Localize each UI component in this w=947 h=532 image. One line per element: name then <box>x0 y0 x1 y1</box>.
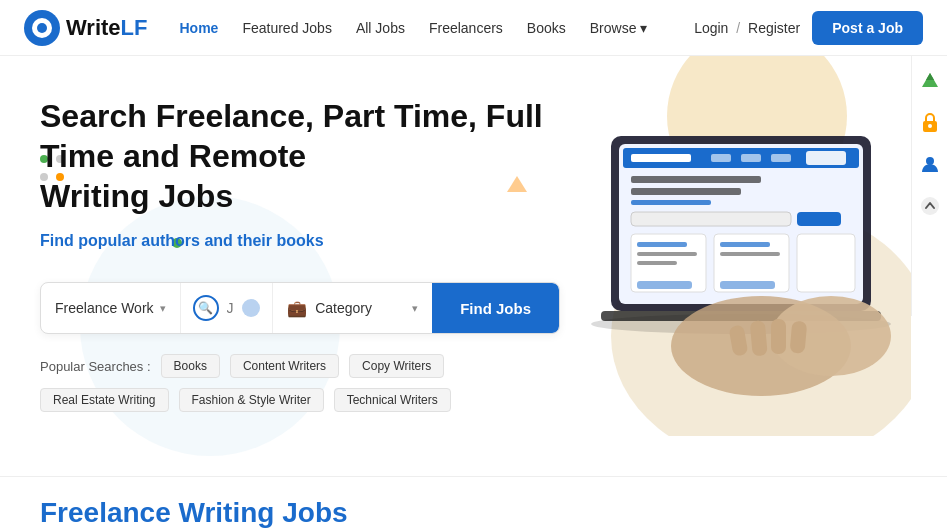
bottom-heading: Freelance Writing Jobs <box>40 497 907 529</box>
category-chevron-icon: ▾ <box>412 302 418 315</box>
search-type-label: Freelance Work <box>55 300 154 316</box>
svg-rect-11 <box>806 151 846 165</box>
logo-text: WriteLF <box>66 15 148 41</box>
nav-links: Home Featured Jobs All Jobs Freelancers … <box>180 20 695 36</box>
svg-rect-24 <box>720 242 770 247</box>
chevron-down-icon: ▾ <box>640 20 647 36</box>
svg-rect-19 <box>797 234 855 292</box>
svg-point-30 <box>771 296 891 376</box>
svg-rect-26 <box>720 281 775 289</box>
hero-heading: Search Freelance, Part Time, Full Time a… <box>40 96 560 216</box>
svg-rect-23 <box>637 281 692 289</box>
svg-rect-7 <box>631 154 691 162</box>
svg-rect-10 <box>771 154 791 162</box>
svg-point-2 <box>37 23 47 33</box>
nav-browse[interactable]: Browse ▾ <box>590 20 648 36</box>
search-input[interactable] <box>227 300 235 316</box>
login-register-links: Login / Register <box>694 20 800 36</box>
register-link[interactable]: Register <box>748 20 800 36</box>
search-type-dropdown[interactable]: Freelance Work ▾ <box>41 283 181 333</box>
svg-point-40 <box>921 197 939 215</box>
search-type-chevron-icon: ▾ <box>160 302 166 315</box>
separator: / <box>736 20 740 36</box>
popular-tag-real-estate[interactable]: Real Estate Writing <box>40 388 169 412</box>
svg-rect-15 <box>631 212 791 226</box>
svg-rect-21 <box>637 252 697 256</box>
popular-searches: Popular Searches : Books Content Writers… <box>40 354 560 412</box>
category-label: Category <box>315 300 372 316</box>
search-dot-decoration <box>242 299 260 317</box>
nav-freelancers[interactable]: Freelancers <box>429 20 503 36</box>
svg-point-38 <box>928 124 932 128</box>
logo[interactable]: WriteLF <box>24 10 148 46</box>
arrow-up-icon[interactable] <box>916 192 944 220</box>
hero-content: Search Freelance, Part Time, Full Time a… <box>40 96 560 412</box>
person-icon[interactable] <box>916 150 944 178</box>
nav-all-jobs[interactable]: All Jobs <box>356 20 405 36</box>
right-sidebar <box>911 56 947 316</box>
svg-point-39 <box>926 157 934 165</box>
svg-rect-16 <box>797 212 841 226</box>
svg-rect-13 <box>631 188 741 195</box>
nav-featured-jobs[interactable]: Featured Jobs <box>242 20 332 36</box>
login-link[interactable]: Login <box>694 20 728 36</box>
search-bar: Freelance Work ▾ 🔍 💼 Category ▾ Find Job… <box>40 282 560 334</box>
popular-tag-fashion[interactable]: Fashion & Style Writer <box>179 388 324 412</box>
logo-icon <box>24 10 60 46</box>
svg-rect-14 <box>631 200 711 205</box>
hero-subheading[interactable]: Find popular authors and their books <box>40 232 560 250</box>
search-input-area: 🔍 <box>181 295 273 321</box>
svg-rect-22 <box>637 261 677 265</box>
svg-rect-9 <box>741 154 761 162</box>
hero-section: Search Freelance, Part Time, Full Time a… <box>0 56 947 476</box>
svg-rect-34 <box>790 321 808 354</box>
briefcase-icon: 💼 <box>287 299 307 318</box>
popular-tag-copy-writers[interactable]: Copy Writers <box>349 354 444 378</box>
nav-right: Login / Register Post a Job <box>694 11 923 45</box>
svg-rect-20 <box>637 242 687 247</box>
nav-home[interactable]: Home <box>180 20 219 36</box>
category-dropdown[interactable]: 💼 Category ▾ <box>272 283 432 333</box>
find-jobs-button[interactable]: Find Jobs <box>432 283 559 333</box>
popular-tag-technical[interactable]: Technical Writers <box>334 388 451 412</box>
post-job-button[interactable]: Post a Job <box>812 11 923 45</box>
popular-label: Popular Searches : <box>40 359 151 374</box>
svg-rect-33 <box>771 319 786 354</box>
svg-rect-12 <box>631 176 761 183</box>
svg-rect-8 <box>711 154 731 162</box>
bottom-section: Freelance Writing Jobs <box>0 476 947 532</box>
nav-books[interactable]: Books <box>527 20 566 36</box>
svg-marker-36 <box>926 73 934 80</box>
mountain-icon[interactable] <box>916 66 944 94</box>
lock-icon[interactable] <box>916 108 944 136</box>
svg-rect-25 <box>720 252 780 256</box>
popular-tag-content-writers[interactable]: Content Writers <box>230 354 339 378</box>
popular-tag-books[interactable]: Books <box>161 354 220 378</box>
navbar: WriteLF Home Featured Jobs All Jobs Free… <box>0 0 947 56</box>
search-icon: 🔍 <box>193 295 219 321</box>
